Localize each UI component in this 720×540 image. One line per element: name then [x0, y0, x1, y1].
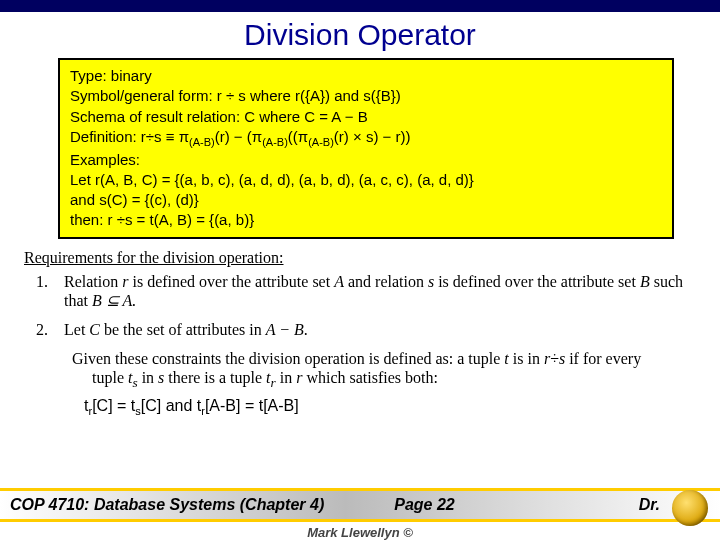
def-definition: Definition: r÷s ≡ π(A-B)(r) − (π(A-B)((π…: [70, 127, 662, 150]
def-symbol: Symbol/general form: r ÷ s where r({A}) …: [70, 86, 662, 106]
footer-author: Dr.: [639, 496, 660, 514]
body-text: Requirements for the division operation:…: [24, 249, 696, 418]
requirements-list: Relation r is defined over the attribute…: [24, 273, 696, 340]
def-examples-label: Examples:: [70, 150, 662, 170]
requirement-1: Relation r is defined over the attribute…: [52, 273, 696, 311]
footer-band: COP 4710: Database Systems (Chapter 4) P…: [0, 488, 720, 522]
equation-line: tr[C] = ts[C] and tr[A-B] = t[A-B]: [84, 397, 696, 418]
def-type: Type: binary: [70, 66, 662, 86]
footer-copyright: Mark Llewellyn ©: [0, 525, 720, 540]
slide-title: Division Operator: [0, 18, 720, 52]
given-constraints: Given these constraints the division ope…: [72, 350, 676, 391]
footer-course: COP 4710: Database Systems (Chapter 4): [10, 496, 324, 514]
requirements-heading: Requirements for the division operation:: [24, 249, 696, 268]
footer-page: Page 22: [394, 496, 454, 514]
def-and-s: and s(C) = {(c), (d)}: [70, 190, 662, 210]
def-then: then: r ÷s = t(A, B) = {(a, b)}: [70, 210, 662, 230]
header-bar: [0, 0, 720, 12]
def-schema: Schema of result relation: C where C = A…: [70, 107, 662, 127]
definition-box: Type: binary Symbol/general form: r ÷ s …: [58, 58, 674, 239]
def-let-r: Let r(A, B, C) = {(a, b, c), (a, d, d), …: [70, 170, 662, 190]
requirement-2: Let C be the set of attributes in A − B.: [52, 321, 696, 340]
ucf-logo-icon: [672, 490, 708, 526]
